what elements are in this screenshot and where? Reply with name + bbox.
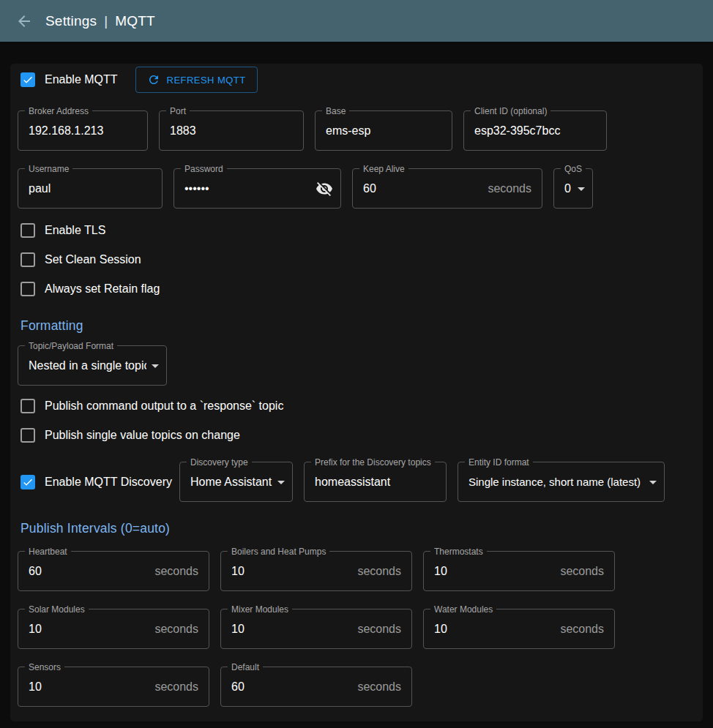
keep-alive-input[interactable] [353, 169, 482, 208]
water-label: Water Modules [430, 605, 496, 614]
heartbeat-interval-field[interactable]: Heartbeat seconds [18, 551, 209, 591]
publish-single-checkbox[interactable] [20, 428, 35, 443]
publish-intervals-heading: Publish Intervals (0=auto) [20, 521, 695, 536]
settings-card: Enable MQTT REFRESH MQTT Broker Address … [10, 64, 703, 721]
base-field[interactable]: Base [315, 110, 452, 151]
client-id-field[interactable]: Client ID (optional) [463, 110, 607, 151]
default-interval-input[interactable] [221, 667, 351, 706]
topic-format-value: Nested in a single topic [18, 359, 146, 372]
back-button[interactable] [15, 12, 34, 31]
appbar-title-mqtt: MQTT [115, 13, 155, 29]
heartbeat-interval-input[interactable] [18, 552, 149, 590]
publish-single-row[interactable]: Publish single value topics on change [18, 421, 695, 450]
discovery-type-label: Discovery type [187, 458, 252, 467]
solar-interval-input[interactable] [18, 609, 149, 648]
retain-flag-checkbox[interactable] [20, 282, 35, 296]
seconds-suffix: seconds [357, 565, 401, 578]
seconds-suffix: seconds [154, 623, 198, 636]
clean-session-checkbox[interactable] [20, 252, 35, 267]
broker-address-field[interactable]: Broker Address [18, 110, 148, 151]
discovery-type-select[interactable]: Discovery type Home Assistant [179, 462, 293, 502]
publish-response-row[interactable]: Publish command output to a `response` t… [18, 391, 695, 421]
username-field[interactable]: Username [18, 168, 163, 209]
refresh-mqtt-button[interactable]: REFRESH MQTT [135, 67, 258, 93]
toggle-password-visibility-button[interactable] [316, 180, 333, 198]
seconds-suffix: seconds [357, 623, 401, 636]
seconds-suffix: seconds [154, 565, 198, 578]
dropdown-caret-icon [272, 473, 290, 491]
entity-id-format-value: Single instance, short name (latest) [458, 476, 644, 488]
qos-label: QoS [561, 165, 586, 173]
water-interval-input[interactable] [424, 609, 554, 648]
enable-tls-label: Enable TLS [45, 224, 105, 237]
water-interval-field[interactable]: Water Modules seconds [423, 609, 615, 649]
dropdown-caret-icon [572, 180, 590, 198]
seconds-suffix: seconds [154, 680, 198, 694]
seconds-suffix: seconds [560, 565, 604, 578]
thermostats-interval-field[interactable]: Thermostats seconds [423, 551, 615, 591]
retain-flag-label: Always set Retain flag [45, 282, 160, 296]
broker-address-label: Broker Address [25, 107, 92, 116]
enable-mqtt-row: Enable MQTT REFRESH MQTT [18, 65, 695, 94]
broker-address-input[interactable] [18, 111, 147, 150]
keep-alive-suffix: seconds [488, 182, 531, 195]
entity-id-format-select[interactable]: Entity ID format Single instance, short … [458, 462, 665, 502]
appbar-separator: | [104, 13, 108, 29]
topic-format-row: Topic/Payload Format Nested in a single … [18, 345, 695, 386]
enable-mqtt-checkbox[interactable] [20, 72, 35, 87]
base-input[interactable] [316, 111, 452, 150]
mixer-interval-input[interactable] [221, 609, 351, 648]
solar-interval-field[interactable]: Solar Modules seconds [18, 609, 209, 649]
boilers-interval-input[interactable] [221, 552, 351, 590]
publish-options-group: Publish command output to a `response` t… [18, 391, 695, 450]
clean-session-row[interactable]: Set Clean Session [18, 245, 695, 274]
thermostats-interval-input[interactable] [424, 552, 554, 590]
retain-flag-row[interactable]: Always set Retain flag [18, 274, 695, 304]
password-input[interactable] [174, 169, 316, 208]
discovery-prefix-field[interactable]: Prefix for the Discovery topics [304, 462, 447, 502]
port-field[interactable]: Port [159, 110, 304, 151]
topic-format-label: Topic/Payload Format [25, 342, 117, 350]
boilers-interval-field[interactable]: Boilers and Heat Pumps seconds [220, 551, 412, 591]
discovery-prefix-label: Prefix for the Discovery topics [311, 458, 435, 467]
discovery-prefix-input[interactable] [305, 462, 446, 501]
seconds-suffix: seconds [560, 623, 604, 636]
port-label: Port [166, 107, 190, 116]
keep-alive-label: Keep Alive [359, 165, 408, 173]
username-input[interactable] [18, 169, 162, 208]
publish-response-checkbox[interactable] [20, 399, 35, 413]
username-label: Username [25, 165, 72, 173]
port-input[interactable] [160, 111, 303, 150]
client-id-label: Client ID (optional) [471, 107, 550, 116]
qos-select[interactable]: QoS 0 [553, 168, 593, 209]
connection-row-2: Username Password Keep Alive seconds QoS… [18, 168, 695, 209]
topic-format-select[interactable]: Topic/Payload Format Nested in a single … [18, 345, 167, 386]
client-id-input[interactable] [464, 111, 606, 150]
default-interval-field[interactable]: Default seconds [220, 667, 412, 707]
enable-mqtt-label: Enable MQTT [45, 73, 118, 86]
default-label: Default [228, 663, 263, 672]
clean-session-label: Set Clean Session [45, 253, 141, 266]
refresh-icon [147, 73, 160, 86]
mixer-interval-field[interactable]: Mixer Modules seconds [220, 609, 412, 649]
mixer-label: Mixer Modules [228, 605, 292, 614]
password-field[interactable]: Password [173, 168, 341, 209]
base-label: Base [322, 107, 349, 116]
enable-tls-row[interactable]: Enable TLS [18, 216, 695, 245]
check-icon [22, 74, 34, 86]
password-label: Password [181, 165, 227, 173]
visibility-off-icon [316, 180, 333, 198]
discovery-type-value: Home Assistant [180, 476, 272, 489]
thermostats-label: Thermostats [430, 547, 487, 556]
sensors-label: Sensors [25, 663, 64, 672]
mqtt-discovery-checkbox[interactable] [20, 475, 35, 489]
sensors-interval-field[interactable]: Sensors seconds [18, 667, 209, 707]
mqtt-discovery-label: Enable MQTT Discovery [45, 476, 172, 489]
formatting-heading: Formatting [20, 318, 695, 334]
enable-tls-checkbox[interactable] [20, 223, 35, 238]
mqtt-discovery-toggle[interactable]: Enable MQTT Discovery [20, 475, 168, 489]
dropdown-caret-icon [644, 473, 662, 491]
sensors-interval-input[interactable] [18, 667, 149, 706]
keep-alive-field[interactable]: Keep Alive seconds [352, 168, 542, 209]
solar-label: Solar Modules [25, 605, 89, 614]
